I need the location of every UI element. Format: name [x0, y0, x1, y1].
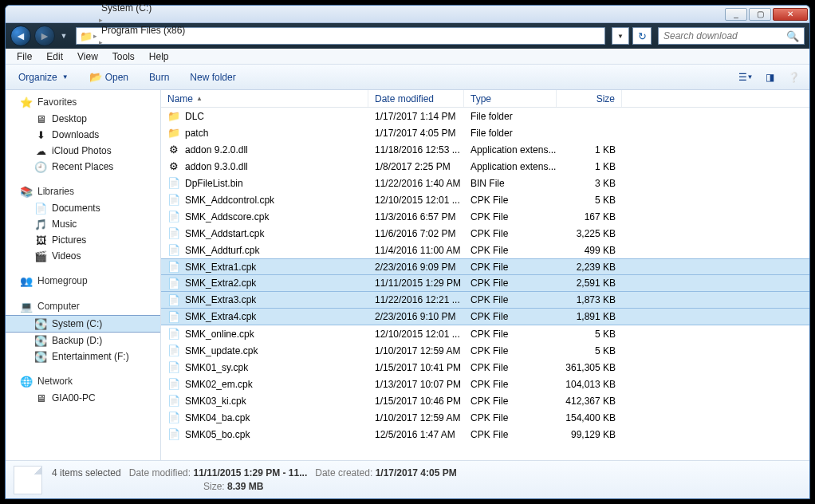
file-date: 12/5/2016 1:47 AM	[368, 429, 464, 440]
burn-button[interactable]: Burn	[143, 69, 175, 86]
file-size: 3,225 KB	[557, 228, 622, 239]
nav-item[interactable]: ☁iCloud Photos	[6, 143, 160, 159]
file-row[interactable]: ⚙addon 9.3.0.dll1/8/2017 2:25 PMApplicat…	[161, 158, 809, 175]
address-dropdown[interactable]: ▼	[612, 27, 629, 45]
file-size: 5 KB	[557, 329, 622, 340]
nav-item[interactable]: 🎵Music	[6, 216, 160, 232]
file-row[interactable]: 📄SMK_Addturf.cpk11/4/2016 11:00 AMCPK Fi…	[161, 242, 809, 258]
search-icon[interactable]: 🔍	[786, 30, 799, 42]
nav-item[interactable]: 📄Documents	[6, 200, 160, 216]
search-box[interactable]: 🔍	[658, 27, 805, 45]
drive-icon: 🖥	[34, 392, 47, 404]
address-bar[interactable]: 📁 ▸ Computer▸System (C:)▸Program Files (…	[76, 27, 605, 45]
chevron-right-icon[interactable]: ▸	[98, 38, 104, 46]
close-button[interactable]: ✕	[773, 8, 808, 21]
file-date: 1/15/2017 10:46 PM	[368, 396, 464, 407]
file-icon: 📄	[167, 378, 180, 391]
nav-item[interactable]: 🖼Pictures	[6, 232, 160, 248]
file-icon: 📁	[167, 110, 180, 123]
forward-button[interactable]: ►	[34, 26, 55, 46]
minimize-button[interactable]: _	[725, 8, 747, 21]
file-date: 11/6/2016 7:02 PM	[368, 228, 464, 239]
history-dropdown[interactable]: ▼	[58, 26, 69, 46]
menu-edit[interactable]: Edit	[40, 49, 69, 64]
breadcrumb[interactable]: System (C:)	[98, 2, 218, 14]
file-row[interactable]: 📄SMK_Addscore.cpk11/3/2016 6:57 PMCPK Fi…	[161, 208, 809, 225]
file-row[interactable]: 📄DpFileList.bin11/22/2016 1:40 AMBIN Fil…	[161, 175, 809, 191]
new-folder-button[interactable]: New folder	[183, 69, 242, 86]
file-name: SMK_update.cpk	[185, 345, 258, 356]
chevron-right-icon[interactable]: ▸	[98, 16, 104, 24]
open-button[interactable]: 📂Open	[83, 68, 135, 87]
nav-item[interactable]: 💽Backup (D:)	[6, 333, 160, 348]
file-row[interactable]: 📄SMK_Addstart.cpk11/6/2016 7:02 PMCPK Fi…	[161, 225, 809, 242]
file-row[interactable]: 📄SMK03_ki.cpk1/15/2017 10:46 PMCPK File4…	[161, 392, 809, 409]
file-name: DpFileList.bin	[185, 178, 243, 189]
nav-item-label: Documents	[52, 203, 100, 214]
preview-pane-button[interactable]: ◨	[760, 69, 779, 86]
file-date: 1/10/2017 12:59 AM	[368, 345, 464, 356]
nav-favorites[interactable]: ⭐Favorites	[6, 93, 160, 111]
file-type: CPK File	[464, 195, 557, 206]
file-date: 11/22/2016 12:21 ...	[368, 294, 464, 305]
file-size: 2,591 KB	[557, 278, 622, 289]
drive-icon: 💽	[34, 334, 47, 347]
file-icon: 📄	[167, 328, 180, 341]
menu-tools[interactable]: Tools	[106, 49, 141, 64]
file-row[interactable]: ⚙addon 9.2.0.dll11/18/2016 12:53 ...Appl…	[161, 141, 809, 158]
file-row[interactable]: 📄SMK_update.cpk1/10/2017 12:59 AMCPK Fil…	[161, 342, 809, 359]
col-name[interactable]: Name▲	[161, 90, 368, 107]
file-row[interactable]: 📄SMK05_bo.cpk12/5/2016 1:47 AMCPK File99…	[161, 426, 809, 443]
file-type: CPK File	[464, 311, 557, 322]
file-row[interactable]: 📁patch1/17/2017 4:05 PMFile folder	[161, 124, 809, 141]
nav-network[interactable]: 🌐Network	[6, 372, 160, 390]
file-icon	[14, 466, 42, 494]
nav-item[interactable]: 🖥Desktop	[6, 111, 160, 127]
back-button[interactable]: ◄	[10, 26, 31, 46]
file-row[interactable]: 📄SMK_online.cpk12/10/2015 12:01 ...CPK F…	[161, 325, 809, 342]
file-row[interactable]: 📁DLC1/17/2017 1:14 PMFile folder	[161, 108, 809, 124]
nav-item[interactable]: 💽System (C:)	[6, 315, 160, 333]
menu-file[interactable]: File	[10, 49, 38, 64]
homegroup-icon: 👥	[20, 274, 33, 287]
file-row[interactable]: 📄SMK_Extra1.cpk2/23/2016 9:09 PMCPK File…	[161, 258, 809, 275]
file-row[interactable]: 📄SMK04_ba.cpk1/10/2017 12:59 AMCPK File1…	[161, 409, 809, 426]
nav-item[interactable]: 🖥GIA00-PC	[6, 390, 160, 406]
nav-label: Computer	[37, 301, 80, 312]
nav-libraries[interactable]: 📚Libraries	[6, 183, 160, 200]
file-size: 5 KB	[557, 195, 622, 206]
nav-item[interactable]: 🎬Videos	[6, 248, 160, 264]
nav-computer[interactable]: 💻Computer	[6, 297, 160, 315]
organize-button[interactable]: Organize▼	[12, 69, 75, 86]
col-size[interactable]: Size	[557, 90, 622, 107]
file-size: 412,367 KB	[557, 396, 622, 407]
file-icon: 📄	[167, 411, 180, 424]
menu-help[interactable]: Help	[143, 49, 175, 64]
file-row[interactable]: 📄SMK_Extra4.cpk2/23/2016 9:10 PMCPK File…	[161, 309, 809, 325]
help-button[interactable]: ❔	[784, 69, 803, 86]
maximize-button[interactable]: ▢	[749, 8, 771, 21]
col-type[interactable]: Type	[464, 90, 557, 107]
menu-view[interactable]: View	[71, 49, 104, 64]
file-type: File folder	[464, 128, 557, 139]
file-row[interactable]: 📄SMK01_sy.cpk1/15/2017 10:41 PMCPK File3…	[161, 359, 809, 376]
nav-item[interactable]: ⬇Downloads	[6, 127, 160, 143]
file-list[interactable]: 📁DLC1/17/2017 1:14 PMFile folder📁patch1/…	[161, 108, 809, 460]
search-input[interactable]	[663, 30, 786, 41]
file-type: CPK File	[464, 412, 557, 423]
refresh-button[interactable]: ↻	[632, 27, 652, 45]
file-row[interactable]: 📄SMK02_em.cpk1/13/2017 10:07 PMCPK File1…	[161, 376, 809, 392]
nav-homegroup[interactable]: 👥Homegroup	[6, 272, 160, 289]
file-date: 2/23/2016 9:09 PM	[368, 262, 464, 273]
col-date[interactable]: Date modified	[368, 90, 464, 107]
breadcrumb[interactable]: Program Files (x86)	[98, 25, 218, 36]
file-type: CPK File	[464, 245, 557, 256]
file-row[interactable]: 📄SMK_Extra2.cpk11/11/2015 1:29 PMCPK Fil…	[161, 275, 809, 292]
view-options-button[interactable]: ☰ ▼	[736, 69, 755, 86]
chevron-right-icon[interactable]: ▸	[98, 0, 104, 2]
nav-item[interactable]: 💽Entertainment (F:)	[6, 348, 160, 364]
file-row[interactable]: 📄SMK_Addcontrol.cpk12/10/2015 12:01 ...C…	[161, 191, 809, 208]
nav-item-label: System (C:)	[52, 318, 102, 329]
nav-item[interactable]: 🕘Recent Places	[6, 159, 160, 175]
file-row[interactable]: 📄SMK_Extra3.cpk11/22/2016 12:21 ...CPK F…	[161, 292, 809, 309]
